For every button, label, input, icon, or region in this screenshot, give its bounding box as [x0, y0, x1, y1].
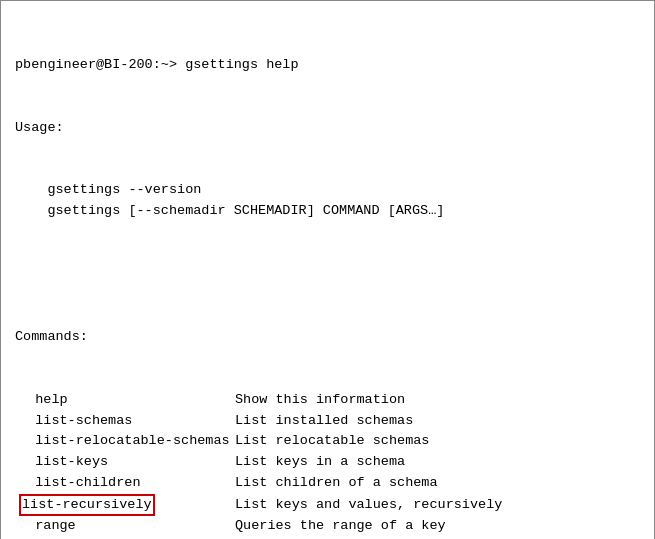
usage-lines: gsettings --version gsettings [--schemad… [15, 180, 640, 222]
command-name: help [15, 390, 235, 411]
command-desc: List installed schemas [235, 411, 413, 432]
usage-line: gsettings --version [15, 180, 640, 201]
command-row: rangeQueries the range of a key [15, 516, 640, 537]
usage-label: Usage: [15, 118, 640, 139]
command-row: list-keysList keys in a schema [15, 452, 640, 473]
highlighted-command: list-recursively [19, 494, 155, 516]
command-row: list-recursivelyList keys and values, re… [15, 494, 640, 516]
command-name: range [15, 516, 235, 537]
terminal-window: pbengineer@BI-200:~> gsettings help Usag… [0, 0, 655, 539]
command-row: list-schemasList installed schemas [15, 411, 640, 432]
command-name: list-keys [15, 452, 235, 473]
command-desc: Queries the range of a key [235, 516, 446, 537]
first-prompt-line: pbengineer@BI-200:~> gsettings help [15, 55, 640, 76]
commands-list: helpShow this information list-schemasLi… [15, 390, 640, 539]
prompt1-text: pbengineer@BI-200:~> gsettings help [15, 57, 299, 72]
command-desc: List keys in a schema [235, 452, 405, 473]
command-desc: Show this information [235, 390, 405, 411]
commands-label: Commands: [15, 327, 640, 348]
command-row: list-childrenList children of a schema [15, 473, 640, 494]
command-desc: List relocatable schemas [235, 431, 429, 452]
command-name: list-relocatable-schemas [15, 431, 235, 452]
command-name: list-schemas [15, 411, 235, 432]
command-desc: List children of a schema [235, 473, 438, 494]
command-row: helpShow this information [15, 390, 640, 411]
command-name: list-children [15, 473, 235, 494]
terminal-content: pbengineer@BI-200:~> gsettings help Usag… [15, 13, 640, 539]
command-desc: List keys and values, recursively [235, 495, 502, 516]
command-name: list-recursively [15, 494, 235, 516]
command-row: list-relocatable-schemasList relocatable… [15, 431, 640, 452]
usage-line: gsettings [--schemadir SCHEMADIR] COMMAN… [15, 201, 640, 222]
